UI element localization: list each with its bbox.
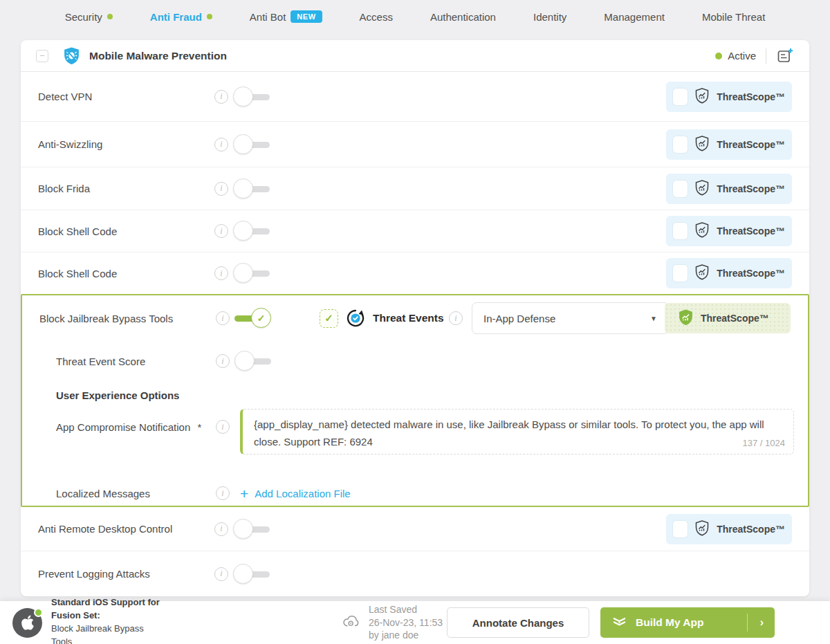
apple-icon xyxy=(12,608,42,638)
threatscope-checkbox[interactable] xyxy=(673,521,688,537)
feature-row-block-shell-code-2: Block Shell Code i ThreatScope™ xyxy=(21,252,809,294)
nav-item-identity[interactable]: Identity xyxy=(533,11,566,23)
nav-item-mobile-threat[interactable]: Mobile Threat xyxy=(702,11,765,23)
info-icon[interactable]: i xyxy=(214,224,228,238)
nav-item-management[interactable]: Management xyxy=(604,11,665,23)
nav-item-anti-bot[interactable]: Anti Bot NEW xyxy=(250,10,322,23)
cloud-save-icon xyxy=(342,613,360,632)
threat-events-checkbox[interactable]: ✓ xyxy=(320,309,338,328)
threatscope-label: ThreatScope™ xyxy=(717,139,785,150)
info-icon[interactable]: i xyxy=(216,486,230,500)
threatscope-button[interactable]: ThreatScope™ xyxy=(666,514,792,544)
fusion-set-subtitle: Block Jailbreak Bypass Tools xyxy=(51,623,160,644)
info-icon[interactable]: i xyxy=(214,522,228,536)
sub-feature-label: Threat Event Score xyxy=(56,356,145,367)
nav-item-security[interactable]: Security xyxy=(65,11,113,23)
ios-active-dot xyxy=(34,608,43,617)
block-jailbreak-bypass-tools-section: Block Jailbreak Bypass Tools i ✓ ✓ Threa… xyxy=(21,294,809,507)
threatscope-label: ThreatScope™ xyxy=(701,313,769,324)
toggle-block-jailbreak-on[interactable]: ✓ xyxy=(234,308,276,329)
threatscope-label: ThreatScope™ xyxy=(717,183,785,194)
toggle-anti-remote-desktop[interactable] xyxy=(233,519,275,540)
threatscope-button-active[interactable]: ThreatScope™ xyxy=(665,303,791,333)
sub-row-user-experience-options: User Experience Options xyxy=(22,381,808,409)
feature-label: Prevent Logging Attacks xyxy=(38,568,150,580)
toggle-block-shell-code[interactable] xyxy=(233,221,275,241)
build-button-label: Build My App xyxy=(636,616,739,629)
app-compromise-label: App Compromise Notification * xyxy=(56,421,201,433)
nav-label: Security xyxy=(65,11,102,23)
button-divider xyxy=(747,614,748,632)
info-icon[interactable]: i xyxy=(214,182,228,196)
feature-label: Block Jailbreak Bypass Tools xyxy=(39,313,173,324)
info-icon[interactable]: i xyxy=(214,138,228,151)
nav-item-access[interactable]: Access xyxy=(360,11,393,23)
threatscope-label: ThreatScope™ xyxy=(717,268,785,279)
threat-events-label: Threat Events xyxy=(373,312,444,324)
threat-events-icon xyxy=(346,309,365,328)
info-icon[interactable]: i xyxy=(214,567,228,581)
threatscope-checkbox[interactable] xyxy=(673,223,688,239)
threatscope-shield-icon xyxy=(694,221,710,241)
threatscope-button[interactable]: ThreatScope™ xyxy=(666,82,792,112)
threatscope-label: ThreatScope™ xyxy=(717,226,785,237)
feature-row-prevent-logging-attacks: Prevent Logging Attacks i xyxy=(21,551,809,596)
nav-item-authentication[interactable]: Authentication xyxy=(430,11,496,23)
malware-shield-icon xyxy=(62,46,81,65)
threatscope-button[interactable]: ThreatScope™ xyxy=(666,216,792,246)
threatscope-button[interactable]: ThreatScope™ xyxy=(666,258,792,288)
info-icon[interactable]: i xyxy=(214,90,228,104)
info-icon[interactable]: i xyxy=(449,311,463,325)
add-note-icon[interactable] xyxy=(776,47,794,65)
threatscope-checkbox[interactable] xyxy=(673,181,688,197)
feature-row-anti-swizzling: Anti-Swizzling i ThreatScope™ xyxy=(21,122,809,167)
threatscope-shield-icon xyxy=(694,264,710,283)
defense-mode-dropdown[interactable]: In-App Defense ▼ xyxy=(472,302,669,334)
feature-row-block-jailbreak-bypass-tools: Block Jailbreak Bypass Tools i ✓ ✓ Threa… xyxy=(22,295,808,341)
header-divider xyxy=(766,48,766,64)
threatscope-shield-icon xyxy=(694,179,710,199)
card-title: Mobile Malware Prevention xyxy=(89,50,227,62)
build-my-app-button[interactable]: Build My App › xyxy=(600,607,775,638)
feature-label: Block Shell Code xyxy=(38,226,117,237)
build-icon xyxy=(611,614,627,632)
last-saved-info: Last Saved 26-Nov-23, 11:53 by jane doe xyxy=(342,603,447,643)
threatscope-checkbox[interactable] xyxy=(673,89,688,105)
status-dot xyxy=(107,14,113,19)
notification-message-textarea[interactable]: {app_display_name} detected malware in u… xyxy=(240,409,794,454)
threatscope-shield-icon xyxy=(694,519,710,539)
info-icon[interactable]: i xyxy=(214,266,228,280)
threatscope-button[interactable]: ThreatScope™ xyxy=(666,174,792,204)
new-badge: NEW xyxy=(290,10,322,23)
toggle-anti-swizzling[interactable] xyxy=(233,134,275,155)
threatscope-checkbox[interactable] xyxy=(673,136,688,153)
info-icon[interactable]: i xyxy=(216,354,230,368)
threatscope-checkbox[interactable] xyxy=(673,265,688,282)
annotate-changes-button[interactable]: Annotate Changes xyxy=(447,607,589,638)
toggle-block-shell-code-2[interactable] xyxy=(233,263,275,284)
localized-messages-label: Localized Messages xyxy=(56,488,150,499)
threatscope-label: ThreatScope™ xyxy=(717,91,785,102)
feature-row-block-frida: Block Frida i ThreatScope™ xyxy=(21,167,809,210)
fusion-set-title: Standard iOS Support for Fusion Set: xyxy=(51,596,160,623)
nav-item-anti-fraud[interactable]: Anti Fraud xyxy=(150,11,212,23)
card-header: − Mobile Malware Prevention Active xyxy=(21,40,809,72)
toggle-threat-event-score[interactable] xyxy=(234,351,276,371)
toggle-prevent-logging[interactable] xyxy=(233,564,275,585)
last-saved-value: 26-Nov-23, 11:53 by jane doe xyxy=(369,616,447,643)
user-experience-heading: User Experience Options xyxy=(56,389,179,401)
threatscope-button[interactable]: ThreatScope™ xyxy=(666,129,792,160)
feature-row-anti-remote-desktop: Anti Remote Desktop Control i ThreatScop… xyxy=(21,507,809,551)
nav-label: Anti Bot xyxy=(250,11,286,23)
feature-rows: Detect VPN i ThreatScope™ Anti-Swizzling… xyxy=(21,72,809,596)
toggle-detect-vpn[interactable] xyxy=(233,86,275,107)
chevron-right-icon: › xyxy=(756,616,764,629)
feature-label: Anti Remote Desktop Control xyxy=(38,523,172,535)
info-icon[interactable]: i xyxy=(216,311,230,325)
toggle-block-frida[interactable] xyxy=(233,178,275,199)
plus-icon: + xyxy=(240,486,248,501)
info-icon[interactable]: i xyxy=(216,420,230,434)
active-dot-icon xyxy=(715,53,722,59)
collapse-button[interactable]: − xyxy=(36,50,48,62)
add-localization-file-link[interactable]: + Add Localization File xyxy=(240,486,351,501)
